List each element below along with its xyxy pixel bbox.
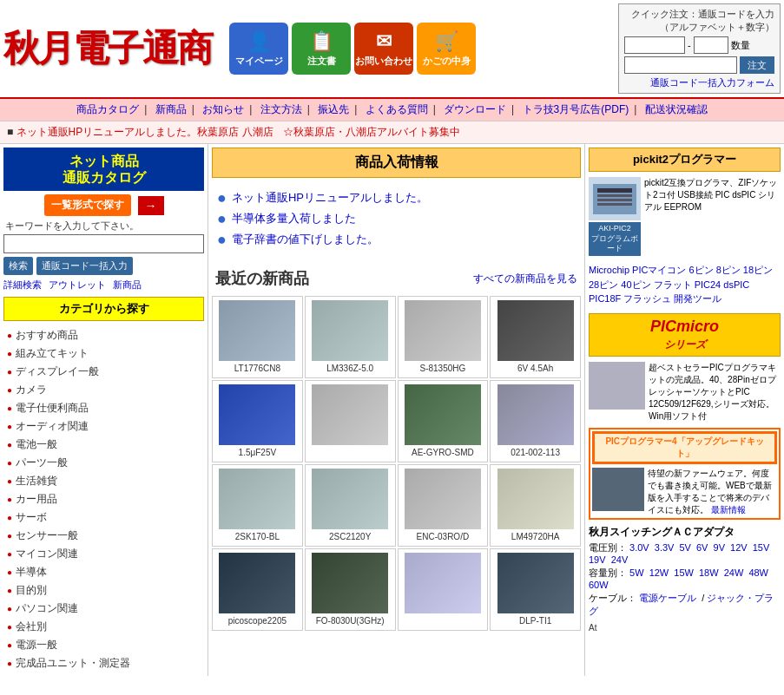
- bulk-order-link[interactable]: 通販コード一括入力フォーム: [624, 76, 774, 89]
- nav-delivery[interactable]: 配送状況確認: [645, 103, 708, 115]
- nav-faq[interactable]: よくある質問: [366, 103, 428, 115]
- voltage-5[interactable]: 5V: [679, 542, 690, 553]
- product-name-10: ENC-03RO/D: [400, 532, 486, 542]
- news-link-2[interactable]: 電子辞書の値下げしました。: [232, 232, 379, 247]
- product-img-8: [219, 469, 295, 529]
- product-6[interactable]: AE-GYRO-SMD: [398, 380, 489, 462]
- nav-news[interactable]: お知らせ: [202, 103, 244, 115]
- product-2[interactable]: S-81350HG: [398, 296, 489, 378]
- pic-link[interactable]: Microchip PICマイコン 6ピン 8ピン 18ピン 28ピン 40ピン…: [589, 265, 773, 304]
- capacity-18w[interactable]: 18W: [699, 567, 719, 578]
- sidebar-item-5[interactable]: ●オーディオ関連: [3, 417, 204, 436]
- quick-order-suffix-input[interactable]: [694, 36, 728, 54]
- nav-bank[interactable]: 振込先: [318, 103, 349, 115]
- product-9[interactable]: 2SC2120Y: [305, 464, 396, 547]
- sidebar-item-17[interactable]: ●電源一般: [3, 636, 204, 654]
- svg-rect-2: [597, 194, 632, 197]
- product-8[interactable]: 2SK170-BL: [212, 464, 303, 547]
- capacity-12w[interactable]: 12W: [649, 567, 669, 578]
- sidebar-item-18[interactable]: ●完成品ユニット・測定器: [3, 654, 204, 672]
- product-0[interactable]: LT1776CN8: [212, 296, 303, 378]
- product-12[interactable]: picoscope2205: [212, 548, 303, 631]
- contact-button[interactable]: ✉ お問い合わせ: [354, 23, 413, 75]
- product-10[interactable]: ENC-03RO/D: [398, 464, 489, 547]
- announcement-link1[interactable]: ネット通販HPリニューアルしました。秋葉原店 八潮店: [16, 126, 273, 138]
- sidebar-category-title: カテゴリから探す: [3, 297, 204, 321]
- sidebar-item-6[interactable]: ●電池一般: [3, 436, 204, 454]
- product-15[interactable]: DLP-TI1: [490, 548, 581, 631]
- voltage-9[interactable]: 9V: [714, 542, 725, 553]
- bullet-icon: ●: [7, 349, 12, 358]
- sidebar-item-13[interactable]: ●半導体: [3, 563, 204, 581]
- quick-order-qty-input[interactable]: [624, 56, 737, 74]
- capacity-60w[interactable]: 60W: [589, 580, 609, 590]
- product-1[interactable]: LM336Z-5.0: [305, 296, 396, 378]
- sidebar-item-1[interactable]: ●組み立てキット: [3, 344, 204, 363]
- nav-toragiku[interactable]: トラ技3月号広告(PDF): [523, 103, 629, 115]
- product-5[interactable]: [305, 380, 396, 462]
- news-link-1[interactable]: 半導体多量入荷しました: [232, 211, 356, 226]
- sidebar-search-btn[interactable]: 検索: [3, 257, 33, 275]
- sidebar-item-15[interactable]: ●パソコン関連: [3, 600, 204, 618]
- logo-text: 秋月電子通商: [3, 29, 212, 69]
- sidebar-item-10[interactable]: ●サーボ: [3, 508, 204, 527]
- product-3[interactable]: 6V 4.5Ah: [490, 296, 581, 378]
- sidebar-new-products-link[interactable]: 新商品: [113, 279, 142, 292]
- sidebar-detail-search-link[interactable]: 詳細検索: [3, 279, 42, 292]
- capacity-24w[interactable]: 24W: [724, 567, 744, 578]
- cable-link-1[interactable]: 電源ケーブル: [639, 593, 696, 603]
- sidebar-item-7[interactable]: ●パーツ一般: [3, 454, 204, 472]
- product-4[interactable]: 1.5μF25V: [212, 380, 303, 462]
- voltage-6[interactable]: 6V: [696, 542, 708, 553]
- sidebar-bulk-input-btn[interactable]: 通販コード一括入力: [36, 257, 133, 275]
- voltage-24[interactable]: 24V: [611, 554, 629, 565]
- see-all-link[interactable]: すべての新商品を見る: [473, 272, 577, 286]
- product-name-8: 2SK170-BL: [214, 532, 300, 542]
- voltage-19[interactable]: 19V: [589, 554, 606, 565]
- voltage-15[interactable]: 15V: [753, 542, 770, 553]
- quick-order-btn[interactable]: 注文: [740, 56, 774, 74]
- sidebar-list-search-btn[interactable]: 一覧形式で探す: [44, 194, 131, 216]
- sidebar-item-4[interactable]: ●電子仕便利商品: [3, 399, 204, 417]
- product-11[interactable]: LM49720HA: [490, 464, 581, 547]
- sidebar-item-0[interactable]: ●おすすめ商品: [3, 326, 204, 344]
- nav-catalog[interactable]: 商品カタログ: [76, 103, 139, 115]
- product-13[interactable]: FO-8030U(3GHz): [305, 548, 396, 631]
- sidebar-item-16[interactable]: ●会社別: [3, 618, 204, 636]
- latest-info-link[interactable]: 最新情報: [711, 505, 746, 515]
- switch-ac-section: 秋月スイッチングＡＣアダプタ 電圧別： 3.0V 3.3V 5V 6V 9V 1…: [589, 525, 781, 618]
- sidebar-item-11[interactable]: ●センサー一般: [3, 527, 204, 545]
- sidebar-item-14[interactable]: ●目的別: [3, 581, 204, 600]
- pickit2-img-label: AKI-PIC2プログラムボード: [589, 222, 641, 256]
- nav-order-method[interactable]: 注文方法: [260, 103, 302, 115]
- nav-download[interactable]: ダウンロード: [444, 103, 506, 115]
- sidebar-item-9[interactable]: ●カー用品: [3, 490, 204, 508]
- person-icon: 👤: [247, 30, 271, 53]
- cart-button[interactable]: 🛒 かごの中身: [417, 23, 476, 75]
- pickit2-img-block: AKI-PIC2プログラムボード: [589, 177, 641, 256]
- voltage-30[interactable]: 3.0V: [629, 542, 649, 553]
- news-link-0[interactable]: ネット通販HPリニューアルしました。: [232, 190, 428, 206]
- product-img-10: [405, 469, 481, 529]
- capacity-48w[interactable]: 48W: [748, 567, 768, 578]
- voltage-33[interactable]: 3.3V: [655, 542, 675, 553]
- sidebar-outlet-link[interactable]: アウトレット: [49, 279, 106, 292]
- sidebar-item-3[interactable]: ●カメラ: [3, 381, 204, 399]
- product-7[interactable]: 021-002-113: [490, 380, 581, 462]
- sidebar-keyword-input[interactable]: [3, 234, 204, 253]
- product-14[interactable]: [398, 548, 489, 631]
- voltage-12[interactable]: 12V: [730, 542, 748, 553]
- picmicro-banner: PICmicro シリーズ: [589, 313, 781, 357]
- sidebar-item-8[interactable]: ●生活雑貨: [3, 472, 204, 490]
- order-list-button[interactable]: 📋 注文書: [292, 23, 351, 75]
- capacity-15w[interactable]: 15W: [674, 567, 694, 578]
- announcement-link2[interactable]: ☆秋葉原店・八潮店アルバイト募集中: [283, 126, 460, 138]
- quick-order-code-input[interactable]: [624, 36, 685, 54]
- sidebar-item-2[interactable]: ●ディスプレイ一般: [3, 363, 204, 381]
- nav-new[interactable]: 新商品: [155, 103, 187, 115]
- sidebar-item-12[interactable]: ●マイコン関連: [3, 545, 204, 563]
- picmicro-img-row: 超ベストセラーPICプログラマキットの完成品。40、28Pinゼロプレッシャーソ…: [589, 362, 781, 423]
- capacity-5w[interactable]: 5W: [629, 567, 644, 578]
- bullet-icon: ●: [7, 385, 12, 395]
- mypage-button[interactable]: 👤 マイページ: [229, 23, 288, 75]
